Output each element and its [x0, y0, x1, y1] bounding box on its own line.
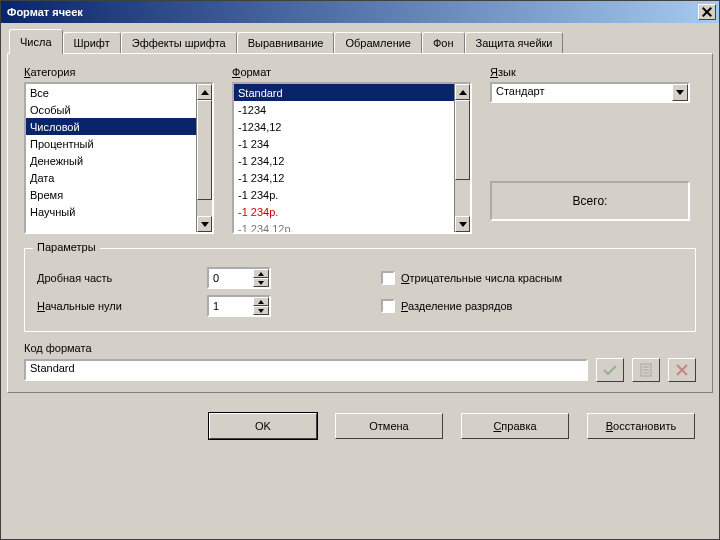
- category-listbox[interactable]: Все Особый Числовой Процентный Денежный …: [24, 82, 214, 234]
- tab-panel-numbers: Категория Все Особый Числовой Процентный…: [7, 53, 713, 393]
- tab-background[interactable]: Фон: [422, 32, 465, 53]
- decimals-spinner[interactable]: [207, 267, 271, 289]
- scroll-down-button[interactable]: [197, 216, 212, 232]
- spin-down-button[interactable]: [253, 306, 269, 315]
- decimals-input[interactable]: [209, 269, 253, 287]
- format-listbox[interactable]: Standard -1234 -1234,12 -1 234 -1 234,12…: [232, 82, 472, 234]
- format-code-input[interactable]: Standard: [24, 359, 588, 381]
- leading-zeros-label: Начальные нули: [37, 300, 207, 312]
- spin-up-button[interactable]: [253, 297, 269, 306]
- scrollbar[interactable]: [196, 84, 212, 232]
- leading-zeros-input[interactable]: [209, 297, 253, 315]
- tab-strip: Числа Шрифт Эффекты шрифта Выравнивание …: [7, 29, 713, 393]
- category-label: Категория: [24, 66, 214, 78]
- check-icon: [603, 364, 617, 376]
- format-label: Формат: [232, 66, 472, 78]
- list-item[interactable]: -1 234,12: [234, 152, 454, 169]
- language-select[interactable]: Стандарт: [490, 82, 690, 103]
- close-button[interactable]: [698, 4, 716, 20]
- parameters-legend: Параметры: [33, 241, 100, 253]
- dialog-buttons: OK Отмена Справка Восстановить: [7, 403, 713, 439]
- scroll-thumb[interactable]: [197, 100, 212, 200]
- scroll-down-button[interactable]: [455, 216, 470, 232]
- reset-button[interactable]: Восстановить: [587, 413, 695, 439]
- list-item[interactable]: Особый: [26, 101, 196, 118]
- dialog-window: Формат ячеек Числа Шрифт Эффекты шрифта …: [0, 0, 720, 540]
- tab-protection[interactable]: Защита ячейки: [465, 32, 564, 53]
- format-code-label: Код формата: [24, 342, 696, 354]
- list-item[interactable]: -1234,12: [234, 118, 454, 135]
- preview-box: Всего:: [490, 181, 690, 221]
- titlebar: Формат ячеек: [1, 1, 719, 23]
- parameters-group: Параметры Дробная часть Отрица: [24, 248, 696, 332]
- spin-down-button[interactable]: [253, 278, 269, 287]
- language-label: Язык: [490, 66, 690, 78]
- list-item[interactable]: Числовой: [26, 118, 196, 135]
- note-button[interactable]: [632, 358, 660, 382]
- spin-up-button[interactable]: [253, 269, 269, 278]
- list-item[interactable]: -1 234р.: [234, 203, 454, 220]
- scroll-thumb[interactable]: [455, 100, 470, 180]
- help-button[interactable]: Справка: [461, 413, 569, 439]
- list-item[interactable]: -1 234,12р.: [234, 220, 454, 232]
- list-item[interactable]: -1 234: [234, 135, 454, 152]
- list-item[interactable]: -1234: [234, 101, 454, 118]
- thousands-sep-label: Разделение разрядов: [401, 300, 512, 312]
- ok-button[interactable]: OK: [209, 413, 317, 439]
- scroll-up-button[interactable]: [197, 84, 212, 100]
- list-item[interactable]: Процентный: [26, 135, 196, 152]
- thousands-sep-checkbox[interactable]: [381, 299, 395, 313]
- negative-red-checkbox[interactable]: [381, 271, 395, 285]
- list-item[interactable]: -1 234,12: [234, 169, 454, 186]
- delete-format-button[interactable]: [668, 358, 696, 382]
- scrollbar[interactable]: [454, 84, 470, 232]
- x-icon: [676, 364, 688, 376]
- list-item[interactable]: Standard: [234, 84, 454, 101]
- list-item[interactable]: -1 234р.: [234, 186, 454, 203]
- window-title: Формат ячеек: [7, 6, 696, 18]
- client-area: Числа Шрифт Эффекты шрифта Выравнивание …: [1, 23, 719, 539]
- tab-borders[interactable]: Обрамление: [334, 32, 422, 53]
- apply-format-button[interactable]: [596, 358, 624, 382]
- list-item[interactable]: Дата: [26, 169, 196, 186]
- list-item[interactable]: Научный: [26, 203, 196, 220]
- language-value: Стандарт: [492, 84, 672, 101]
- list-item[interactable]: Денежный: [26, 152, 196, 169]
- tab-alignment[interactable]: Выравнивание: [237, 32, 335, 53]
- list-item[interactable]: Все: [26, 84, 196, 101]
- scroll-up-button[interactable]: [455, 84, 470, 100]
- tab-numbers[interactable]: Числа: [9, 29, 63, 54]
- negative-red-label: Отрицательные числа красным: [401, 272, 562, 284]
- leading-zeros-spinner[interactable]: [207, 295, 271, 317]
- decimals-label: Дробная часть: [37, 272, 207, 284]
- note-icon: [640, 363, 652, 377]
- tab-font[interactable]: Шрифт: [63, 32, 121, 53]
- dropdown-button[interactable]: [672, 84, 688, 101]
- cancel-button[interactable]: Отмена: [335, 413, 443, 439]
- list-item[interactable]: Время: [26, 186, 196, 203]
- tab-font-effects[interactable]: Эффекты шрифта: [121, 32, 237, 53]
